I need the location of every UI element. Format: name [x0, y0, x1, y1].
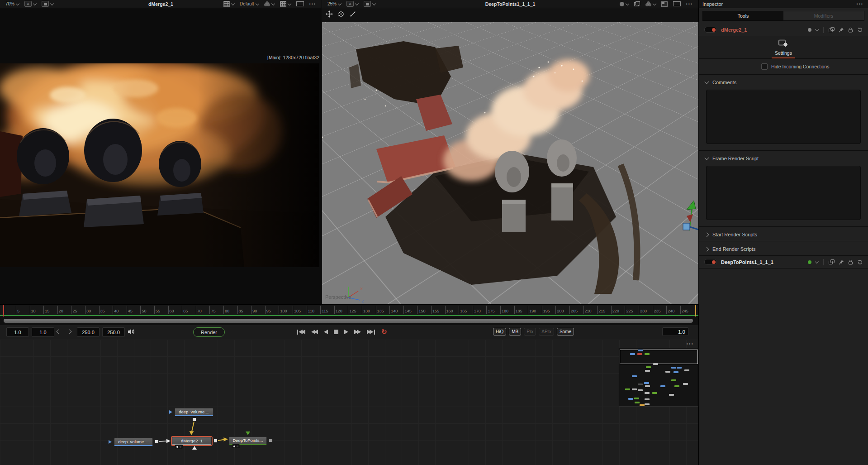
goto-end-button[interactable]	[367, 330, 376, 335]
timeline-scrollbar[interactable]	[4, 319, 693, 323]
node-editor[interactable]: ••• deep_volume....deep_volume....dMerge…	[0, 340, 698, 465]
tab-modifiers[interactable]: Modifiers	[783, 11, 864, 20]
audio-icon[interactable]	[128, 328, 135, 335]
left-roi-button[interactable]	[296, 1, 304, 6]
comments-textarea[interactable]	[706, 90, 861, 144]
step-forward-button[interactable]	[68, 330, 71, 334]
section-end-render-scripts[interactable]: End Render Scripts	[699, 241, 868, 255]
settings-tab-label[interactable]: Settings	[699, 50, 868, 56]
fast-forward-button[interactable]	[354, 330, 361, 334]
right-roi-button[interactable]	[673, 1, 681, 6]
flag-some[interactable]: Some	[557, 328, 574, 336]
playback-controls: ↻	[296, 327, 387, 336]
play-reverse-button[interactable]	[324, 330, 328, 334]
inspector-options[interactable]: •••	[857, 2, 863, 6]
right-zoom-select[interactable]: 25%	[327, 1, 341, 6]
section-comments[interactable]: Comments	[699, 75, 868, 89]
ruler-tick: 15	[43, 306, 44, 314]
graph-node-deepvolume[interactable]: deep_volume....	[114, 438, 153, 446]
node-enable-toggle[interactable]	[704, 259, 717, 265]
chevron-down-icon[interactable]	[815, 27, 819, 31]
pin-icon[interactable]	[839, 27, 844, 33]
lock-icon[interactable]	[848, 27, 853, 33]
node-enable-toggle[interactable]	[704, 27, 717, 33]
ruler-tick: 155	[431, 306, 432, 314]
render-end-field[interactable]: 250.0	[77, 327, 100, 337]
flag-mb[interactable]: MB	[509, 328, 521, 336]
stop-button[interactable]	[334, 330, 338, 334]
tab-tools[interactable]: Tools	[703, 11, 783, 20]
lock-icon[interactable]	[848, 259, 853, 265]
right-viewer-options[interactable]: •••	[686, 2, 693, 6]
step-back-button[interactable]	[57, 330, 61, 334]
minimap-node	[628, 398, 633, 400]
pin-icon[interactable]	[839, 259, 844, 265]
render-button[interactable]: Render	[193, 327, 225, 337]
ruler-tick: 165	[459, 306, 459, 314]
viewer-3d[interactable]: X Z Perspective	[322, 8, 698, 304]
goto-start-button[interactable]	[296, 330, 305, 335]
fast-reverse-button[interactable]	[311, 330, 318, 334]
minimap-node	[645, 403, 650, 405]
current-frame-field[interactable]: 1.0	[662, 327, 688, 336]
color-wheel-icon	[264, 1, 270, 6]
graph-node-dmerge21[interactable]: dMerge2_1	[172, 437, 212, 445]
playhead[interactable]	[3, 305, 4, 316]
global-end-field[interactable]: 250.0	[102, 327, 125, 337]
right-viewmode-select[interactable]	[364, 1, 375, 7]
perspective-viewport[interactable]: X Z Perspective	[322, 22, 698, 304]
chevron-down-icon	[16, 1, 19, 5]
frame-render-script-textarea[interactable]	[706, 166, 861, 220]
node-header-deeptopoints: DeepToPoints1_1_1_1	[699, 256, 868, 268]
section-frame-render-script[interactable]: Frame Render Script	[699, 151, 868, 165]
left-viewer-options[interactable]: •••	[309, 2, 316, 6]
orbit-tool-icon[interactable]	[337, 10, 345, 18]
view-label[interactable]: Perspective	[325, 294, 351, 300]
left-checker-toggle[interactable]	[280, 1, 291, 7]
hide-incoming-checkbox[interactable]	[761, 63, 768, 70]
rendered-image	[0, 63, 319, 267]
graph-node-deeptopoints[interactable]: DeepToPoints...	[229, 436, 267, 445]
flag-hiq[interactable]: HiQ	[493, 328, 506, 336]
left-viewmode-select[interactable]	[42, 1, 53, 7]
play-button[interactable]	[344, 330, 348, 334]
minimap-viewport-rect[interactable]	[620, 350, 698, 364]
right-color-controls[interactable]	[645, 1, 656, 6]
global-start-field[interactable]: 1.0	[6, 327, 29, 337]
reset-icon[interactable]	[857, 27, 863, 33]
graph-node-deepvolume[interactable]: deep_volume....	[175, 408, 213, 416]
node-color-led[interactable]	[808, 260, 811, 264]
node-color-led[interactable]	[808, 28, 811, 32]
left-color-controls[interactable]	[264, 1, 275, 6]
timeline-ruler[interactable]: 5101520253035404550556065707580859095100…	[0, 304, 698, 316]
flag-aprx[interactable]: APrx	[539, 328, 554, 336]
section-start-render-scripts[interactable]: Start Render Scripts	[699, 227, 868, 241]
loop-button[interactable]: ↻	[381, 329, 387, 335]
render-start-field[interactable]: 1.0	[32, 327, 54, 337]
roi-rect-icon	[296, 1, 304, 6]
pan-tool-icon[interactable]	[326, 10, 333, 18]
chevron-down-icon[interactable]	[815, 259, 819, 263]
versions-icon[interactable]	[829, 259, 835, 265]
right-copy-view[interactable]	[634, 1, 640, 6]
minimap-node	[645, 398, 650, 400]
right-channel-select[interactable]: A	[346, 1, 358, 7]
viewer-2d[interactable]: [Main]: 1280x720 float32	[0, 8, 322, 304]
flag-prx[interactable]: Prx	[524, 328, 536, 336]
right-quad-view[interactable]	[661, 1, 668, 7]
ruler-tick: 120	[334, 306, 335, 314]
left-channel-select[interactable]: A	[24, 1, 36, 7]
minimap-node	[634, 398, 639, 399]
settings-gear-icon[interactable]	[778, 39, 788, 47]
output-port	[155, 440, 158, 443]
reset-icon[interactable]	[857, 259, 863, 265]
zoom-tool-icon[interactable]	[349, 10, 356, 18]
node-editor-minimap[interactable]	[619, 348, 698, 407]
thumbnail-icon	[364, 1, 371, 7]
layers-icon	[634, 1, 640, 6]
input-port	[109, 440, 112, 444]
output-port	[269, 439, 272, 442]
top-port	[246, 431, 250, 435]
versions-icon[interactable]	[829, 27, 835, 33]
left-zoom-select[interactable]: 70%	[5, 1, 19, 6]
